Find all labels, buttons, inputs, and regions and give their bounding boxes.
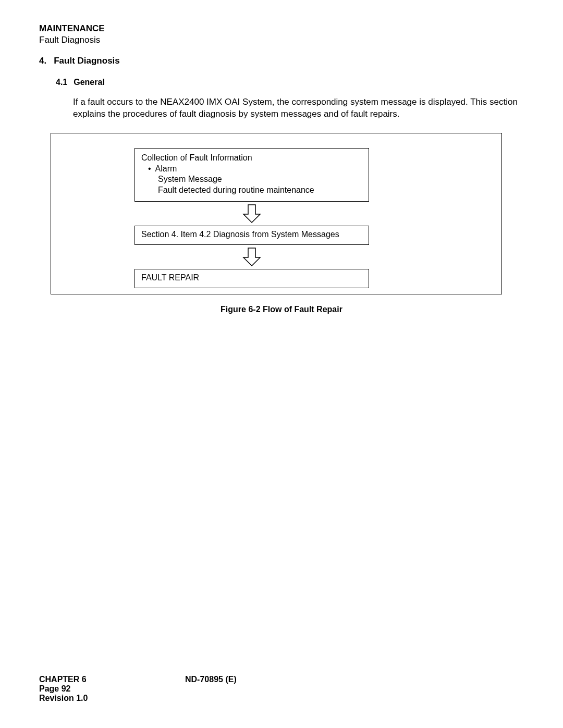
footer-chapter: CHAPTER 6 bbox=[39, 675, 185, 684]
subsection-title: General bbox=[74, 78, 105, 87]
body-paragraph: If a fault occurs to the NEAX2400 IMX OA… bbox=[73, 96, 524, 120]
page-footer: CHAPTER 6 Page 92 Revision 1.0 ND-70895 … bbox=[39, 675, 524, 703]
footer-doc-id: ND-70895 (E) bbox=[185, 675, 237, 684]
flow-box-1-line2: System Message bbox=[158, 174, 362, 185]
subsection-number: 4.1 bbox=[56, 78, 67, 87]
footer-page: Page 92 bbox=[39, 684, 185, 694]
flow-box-1-line3: Fault detected during routine maintenanc… bbox=[158, 185, 362, 196]
figure-caption: Figure 6-2 Flow of Fault Repair bbox=[39, 305, 524, 314]
arrow-down-icon bbox=[240, 204, 263, 225]
flow-box-3-text: FAULT REPAIR bbox=[141, 273, 199, 282]
arrow-down-icon bbox=[240, 247, 263, 268]
footer-revision: Revision 1.0 bbox=[39, 694, 185, 703]
section-heading: 4. Fault Diagnosis bbox=[39, 56, 524, 66]
flow-box-1: Collection of Fault Information • Alarm … bbox=[134, 148, 369, 202]
flow-box-1-bullet: Alarm bbox=[155, 164, 177, 175]
flow-box-3: FAULT REPAIR bbox=[134, 269, 369, 288]
flow-box-1-title: Collection of Fault Information bbox=[141, 153, 362, 164]
header-title: MAINTENANCE bbox=[39, 23, 524, 34]
subsection-heading: 4.1 General bbox=[56, 78, 524, 87]
flow-diagram-frame: Collection of Fault Information • Alarm … bbox=[51, 133, 502, 294]
section-number: 4. bbox=[39, 56, 46, 66]
header-subtitle: Fault Diagnosis bbox=[39, 35, 524, 45]
flow-box-2-text: Section 4. Item 4.2 Diagnosis from Syste… bbox=[141, 230, 339, 239]
flow-box-2: Section 4. Item 4.2 Diagnosis from Syste… bbox=[134, 226, 369, 245]
bullet-icon: • bbox=[148, 164, 151, 175]
section-title: Fault Diagnosis bbox=[54, 56, 120, 66]
